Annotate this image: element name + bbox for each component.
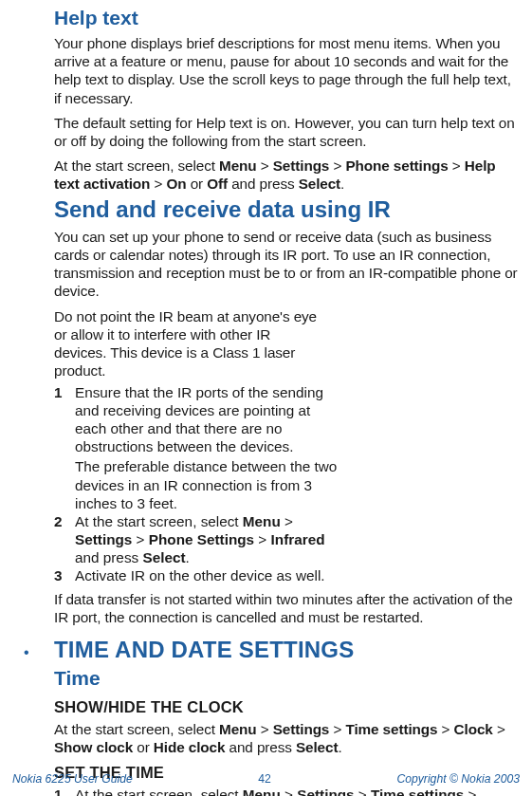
menu-path: Time settings — [345, 721, 437, 737]
text: Activate IR on the other device as well. — [75, 566, 520, 584]
menu-path: Select — [296, 739, 338, 755]
menu-path: Infrared — [271, 531, 325, 547]
list-item: 1 At the start screen, select Menu > Set… — [54, 786, 520, 796]
heading-time-date-settings: TIME AND DATE SETTINGS — [54, 636, 354, 664]
text: . — [338, 739, 341, 755]
text: At the start screen, select — [75, 513, 243, 529]
menu-path: Settings — [75, 531, 132, 547]
sep: > — [132, 531, 148, 547]
paragraph: At the start screen, select Menu > Setti… — [54, 720, 520, 756]
text: At the start screen, select — [54, 721, 219, 737]
paragraph: If data transfer is not started within t… — [54, 590, 520, 626]
menu-path: Settings — [273, 721, 330, 737]
list-number: 2 — [54, 512, 75, 566]
text: and press — [225, 739, 296, 755]
sep: > — [257, 157, 273, 174]
sep: > — [281, 787, 297, 796]
sep: > — [449, 157, 465, 174]
text: . — [186, 549, 190, 565]
menu-path: Time settings — [371, 787, 464, 796]
text: The preferable distance between the two … — [75, 457, 340, 511]
paragraph: The default setting for Help text is on.… — [54, 114, 520, 150]
menu-path: Clock — [454, 721, 493, 737]
sep: > — [464, 787, 476, 796]
menu-path: Select — [299, 176, 340, 192]
footer-right: Copyright © Nokia 2003 — [396, 772, 520, 787]
paragraph: Your phone displays brief descriptions f… — [54, 34, 520, 106]
list-number: 3 — [54, 566, 75, 584]
heading-help-text: Help text — [54, 6, 520, 30]
menu-path: Off — [207, 176, 228, 192]
menu-path: Show clock — [54, 739, 133, 755]
menu-path: Select — [142, 549, 185, 565]
menu-path: Menu — [243, 513, 281, 529]
list-number: 1 — [54, 786, 75, 796]
page-number: 42 — [258, 772, 271, 787]
sep: > — [437, 721, 453, 737]
text: and press — [75, 549, 142, 565]
text: or — [187, 176, 208, 192]
paragraph: Do not point the IR beam at anyone's eye… — [54, 307, 320, 379]
menu-path: Settings — [273, 157, 330, 174]
list-item: 2 At the start screen, select Menu > Set… — [54, 512, 520, 566]
sep: > — [329, 157, 345, 174]
heading-send-receive-ir: Send and receive data using IR — [54, 195, 520, 224]
sep: > — [493, 721, 505, 737]
text: At the start screen, select — [75, 787, 243, 796]
text: At the start screen, select — [54, 157, 219, 174]
sep: > — [257, 721, 273, 737]
text: and press — [228, 176, 299, 192]
sep: > — [281, 513, 293, 529]
sep: > — [150, 176, 166, 192]
paragraph: At the start screen, select Menu > Setti… — [54, 157, 520, 193]
footer-left: Nokia 6225 User Guide — [12, 772, 133, 787]
text: . — [340, 176, 344, 192]
heading-show-hide-clock: SHOW/HIDE THE CLOCK — [54, 697, 520, 717]
menu-path: Menu — [243, 787, 281, 796]
menu-path: Phone Settings — [149, 531, 254, 547]
list-item: 3 Activate IR on the other device as wel… — [54, 566, 520, 584]
list-item: 1 Ensure that the IR ports of the sendin… — [54, 383, 520, 512]
menu-path: Menu — [219, 157, 257, 174]
sep: > — [329, 721, 345, 737]
section-heading-row: • TIME AND DATE SETTINGS — [12, 636, 520, 664]
menu-path: Phone settings — [345, 157, 448, 174]
list-number: 1 — [54, 383, 75, 512]
paragraph: You can set up your phone to send or rec… — [54, 228, 520, 300]
menu-path: Menu — [219, 721, 257, 737]
text: or — [133, 739, 154, 755]
bullet-icon: • — [12, 645, 54, 660]
numbered-list: 1 At the start screen, select Menu > Set… — [54, 786, 520, 796]
sep: > — [254, 531, 270, 547]
menu-path: Settings — [297, 787, 354, 796]
menu-path: Hide clock — [154, 739, 226, 755]
menu-path: On — [167, 176, 187, 192]
page-footer: Nokia 6225 User Guide 42 Copyright © Nok… — [12, 772, 520, 787]
heading-time: Time — [54, 666, 520, 691]
text: Ensure that the IR ports of the sending … — [75, 384, 323, 454]
sep: > — [355, 787, 371, 796]
numbered-list: 1 Ensure that the IR ports of the sendin… — [54, 383, 520, 584]
